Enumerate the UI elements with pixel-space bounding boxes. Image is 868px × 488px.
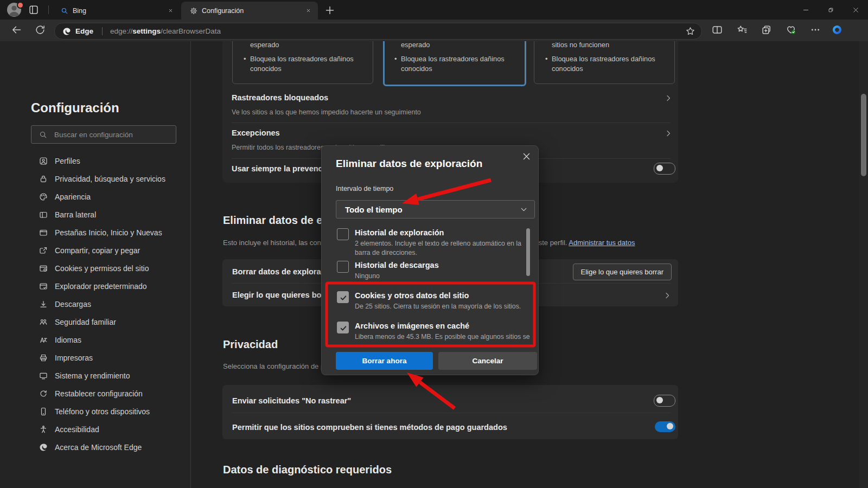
sidebar-item-restablecer-configuraci-n[interactable]: Restablecer configuración <box>0 384 190 402</box>
sidebar-item-accesibilidad[interactable]: Accesibilidad <box>0 420 190 438</box>
toggle-on[interactable] <box>655 421 675 432</box>
window-restore-button[interactable] <box>818 0 843 20</box>
toggle-knob <box>656 165 663 171</box>
languages-icon <box>39 336 48 344</box>
toggle-off[interactable] <box>654 395 675 407</box>
browser-tab-configuración[interactable]: Configuración <box>181 2 318 20</box>
browser-essentials-icon[interactable] <box>786 24 796 35</box>
sidebar-item-descargas[interactable]: Descargas <box>0 295 190 313</box>
toggle-off[interactable] <box>654 163 675 175</box>
share-icon <box>39 246 48 255</box>
time-range-select[interactable]: Todo el tiempo <box>336 200 535 219</box>
sidebar-item-privacidad-b-squeda-y-servicios[interactable]: Privacidad, búsqueda y servicios <box>0 170 190 188</box>
split-screen-icon[interactable] <box>712 24 723 35</box>
row-title: Enviar solicitudes "No rastrear" <box>232 396 351 405</box>
dialog-item-label: Cookies y otros datos del sitio <box>355 291 469 300</box>
sidebar-item-label: Cookies y permisos del sitio <box>55 264 149 273</box>
manage-data-link[interactable]: Administrar tus datos <box>569 239 635 247</box>
dialog-scrollbar-thumb[interactable] <box>526 228 530 276</box>
add-favorite-icon[interactable] <box>686 27 695 36</box>
row-separator <box>232 413 671 413</box>
bullet-dot: • <box>545 54 547 64</box>
cookies-icon <box>39 264 48 273</box>
window-close-button[interactable] <box>843 0 868 20</box>
url-text: edge://settings/clearBrowserData <box>110 27 221 35</box>
clear-now-button[interactable]: Borrar ahora <box>336 352 433 370</box>
new-tab-button[interactable] <box>324 5 335 16</box>
tab-close-icon[interactable] <box>166 7 175 15</box>
settings-search-input[interactable]: Buscar en configuración <box>31 125 176 144</box>
privacy-card: Enviar solicitudes "No rastrear"Permitir… <box>222 385 678 439</box>
sidebar-item-label: Seguridad familiar <box>55 318 116 326</box>
sidebar-item-pesta-as-inicio-inicio-y-nuevas[interactable]: Pestañas Inicio, Inicio y Nuevas <box>0 223 190 241</box>
card-bullet-text: Bloquea los rastreadores dañinos conocid… <box>552 54 658 74</box>
sidebar-item-label: Apariencia <box>55 192 91 201</box>
chevron-right-icon[interactable] <box>664 94 673 102</box>
back-button[interactable] <box>11 24 22 35</box>
sidebar-item-sistema-y-rendimiento[interactable]: Sistema y rendimiento <box>0 367 190 384</box>
cancel-button[interactable]: Cancelar <box>438 352 537 370</box>
window-minimize-button[interactable] <box>793 0 818 20</box>
sidebar-item-apariencia[interactable]: Apariencia <box>0 188 190 206</box>
sidebar-item-label: Explorador predeterminado <box>55 282 147 291</box>
checkbox-checked[interactable] <box>337 322 349 333</box>
sidebar-item-label: Perfiles <box>55 157 80 165</box>
tab-label: Bing <box>73 7 166 15</box>
search-placeholder: Buscar en configuración <box>54 131 133 139</box>
edge-logo-icon <box>62 27 71 36</box>
title-bar: BingConfiguración <box>0 0 868 20</box>
chevron-right-icon[interactable] <box>664 129 673 138</box>
tracking-prevention-card-3[interactable]: sitios no funcionen•Bloquea los rastread… <box>534 41 675 84</box>
settings-sidebar: Configuración Buscar en configuración Pe… <box>0 41 190 488</box>
sidebar-layout-icon <box>39 210 48 219</box>
sidebar-item-label: Idiomas <box>55 336 81 344</box>
refresh-button[interactable] <box>35 24 46 35</box>
sidebar-item-barra-lateral[interactable]: Barra lateral <box>0 206 190 223</box>
sidebar-item-seguridad-familiar[interactable]: Seguridad familiar <box>0 313 190 331</box>
tab-close-icon[interactable] <box>304 7 312 15</box>
data-types-list: Historial de exploración2 elementos. Inc… <box>322 222 531 344</box>
toggle-knob <box>656 397 663 403</box>
dialog-item-description: 2 elementos. Incluye el texto de relleno… <box>355 239 524 257</box>
tracking-prevention-card-1[interactable]: esperado•Bloquea los rastreadores dañino… <box>232 41 373 84</box>
sidebar-item-label: Compartir, copiar y pegar <box>55 246 140 255</box>
checkbox-checked[interactable] <box>337 291 349 303</box>
sidebar-item-explorador-predeterminado[interactable]: Explorador predeterminado <box>0 277 190 295</box>
search-icon <box>39 131 47 139</box>
favorites-icon[interactable] <box>737 24 748 35</box>
sidebar-item-tel-fono-y-otros-dispositivos[interactable]: Teléfono y otros dispositivos <box>0 402 190 420</box>
collections-icon[interactable] <box>761 24 772 35</box>
profile-notification-badge <box>17 2 24 9</box>
sidebar-item-cookies-y-permisos-del-sitio[interactable]: Cookies y permisos del sitio <box>0 259 190 277</box>
settings-nav: PerfilesPrivacidad, búsqueda y servicios… <box>0 152 190 456</box>
sidebar-item-impresoras[interactable]: Impresoras <box>0 349 190 367</box>
navigation-toolbar: Edge edge://settings/clearBrowserData <box>0 20 868 41</box>
browser-check-icon <box>39 282 48 291</box>
lock-icon <box>39 175 48 183</box>
address-bar[interactable]: Edge edge://settings/clearBrowserData <box>54 23 702 40</box>
sidebar-item-perfiles[interactable]: Perfiles <box>0 152 190 170</box>
dialog-item-description: Libera menos de 45.3 MB. Es posible que … <box>355 332 531 342</box>
browser-tab-bing[interactable]: Bing <box>52 2 180 20</box>
address-bar-separator <box>102 27 103 35</box>
row-title: Rastreadores bloqueados <box>232 93 328 102</box>
dialog-item-label: Historial de descargas <box>355 261 439 269</box>
palette-icon <box>39 192 48 201</box>
copilot-icon[interactable] <box>832 24 843 35</box>
tracking-prevention-card-2-selected[interactable]: esperado•Bloquea los rastreadores dañino… <box>383 41 526 86</box>
checkbox-unchecked[interactable] <box>337 228 349 240</box>
choose-what-to-clear-button[interactable]: Elige lo que quieres borrar <box>573 264 672 280</box>
time-range-label: Intervalo de tiempo <box>336 185 393 192</box>
dialog-close-button[interactable] <box>519 149 533 163</box>
checkbox-unchecked[interactable] <box>337 261 349 273</box>
sidebar-item-compartir-copiar-y-pegar[interactable]: Compartir, copiar y pegar <box>0 241 190 259</box>
download-icon <box>39 300 48 309</box>
page-scrollbar-thumb[interactable] <box>861 94 866 176</box>
chevron-right-icon[interactable] <box>663 291 672 300</box>
sidebar-item-acerca-de-microsoft-edge[interactable]: Acerca de Microsoft Edge <box>0 438 190 456</box>
sidebar-item-idiomas[interactable]: Idiomas <box>0 331 190 349</box>
sidebar-item-label: Impresoras <box>55 354 93 362</box>
tab-actions-menu-icon[interactable] <box>28 4 39 15</box>
more-icon[interactable] <box>810 24 821 35</box>
diagnostics-section-title: Datos de diagnóstico requeridos <box>223 464 392 476</box>
